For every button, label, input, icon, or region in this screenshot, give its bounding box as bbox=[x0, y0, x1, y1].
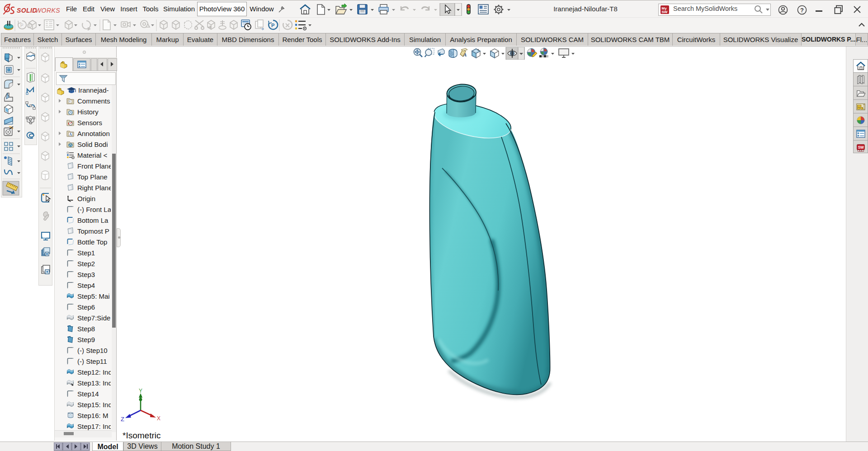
svg-text:X: X bbox=[157, 415, 160, 422]
svg-text:SW: SW bbox=[858, 145, 863, 149]
svg-text:Z: Z bbox=[121, 416, 124, 423]
svg-text:Y: Y bbox=[139, 389, 142, 394]
